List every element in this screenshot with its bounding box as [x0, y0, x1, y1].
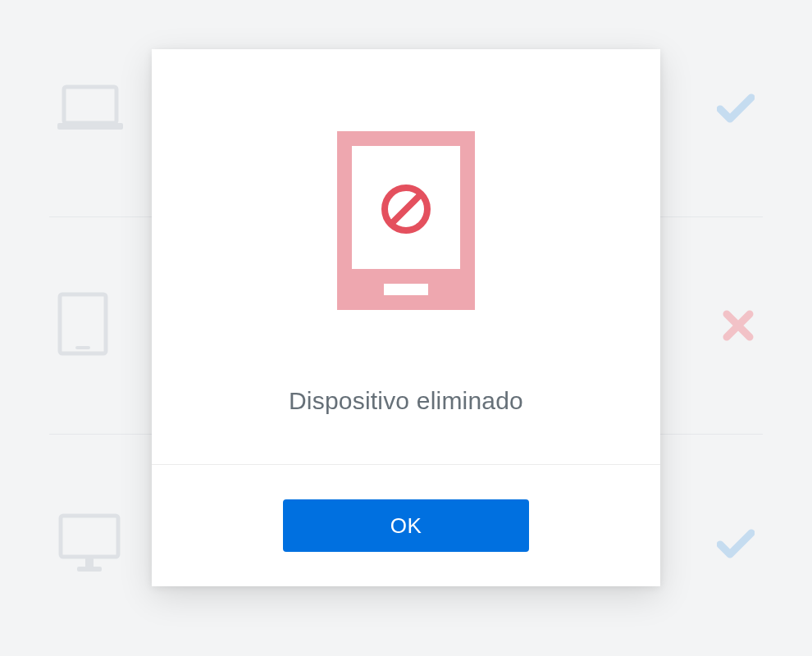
dialog-body: Dispositivo eliminado	[152, 49, 660, 465]
ok-button[interactable]: OK	[283, 499, 529, 552]
modal-overlay: Dispositivo eliminado OK	[0, 0, 812, 656]
device-removed-icon	[337, 131, 475, 313]
dialog-footer: OK	[152, 465, 660, 586]
dialog-message: Dispositivo eliminado	[289, 387, 523, 415]
svg-rect-9	[384, 284, 428, 295]
dialog: Dispositivo eliminado OK	[152, 49, 660, 586]
